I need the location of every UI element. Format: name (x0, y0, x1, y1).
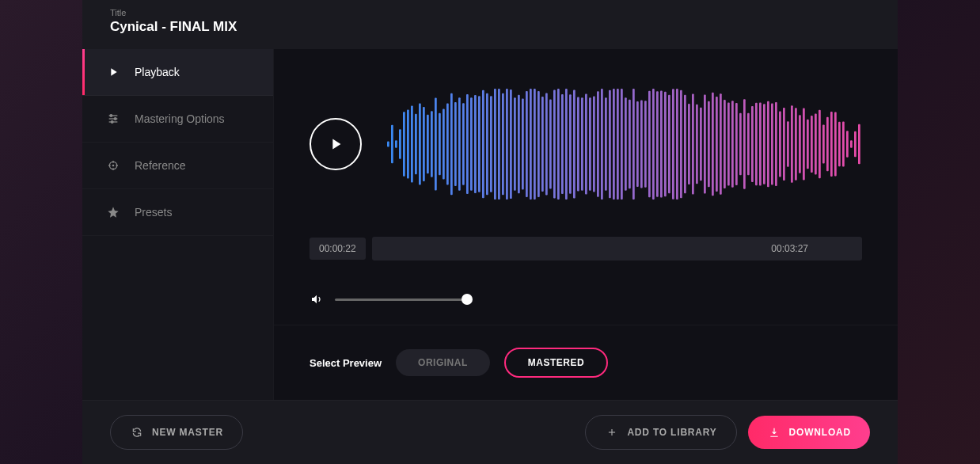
sidebar-item-label: Presets (135, 206, 172, 219)
svg-rect-68 (609, 90, 611, 199)
svg-rect-42 (506, 89, 508, 200)
svg-rect-118 (807, 120, 809, 169)
play-icon (106, 65, 120, 79)
preview-original[interactable]: ORIGINAL (396, 349, 490, 376)
new-master-button[interactable]: NEW MASTER (110, 415, 243, 450)
preview-mastered[interactable]: MASTERED (504, 348, 608, 378)
svg-rect-12 (387, 142, 389, 147)
svg-rect-128 (846, 131, 849, 157)
svg-rect-15 (399, 129, 401, 159)
svg-rect-104 (751, 106, 754, 182)
svg-rect-17 (407, 110, 409, 179)
svg-point-3 (110, 115, 112, 117)
svg-rect-102 (743, 99, 746, 188)
svg-rect-44 (514, 97, 516, 190)
star-icon (106, 205, 120, 219)
target-icon (106, 158, 120, 173)
svg-rect-79 (652, 89, 655, 200)
download-icon (767, 425, 781, 439)
svg-rect-113 (787, 121, 789, 167)
svg-rect-26 (443, 109, 445, 180)
svg-rect-23 (431, 111, 433, 177)
volume-slider[interactable] (335, 299, 469, 301)
svg-point-5 (111, 121, 113, 124)
current-time: 00:00:22 (310, 238, 366, 260)
svg-rect-87 (684, 95, 686, 194)
sidebar-item-mastering[interactable]: Mastering Options (82, 96, 273, 143)
svg-point-7 (112, 165, 113, 165)
svg-rect-76 (640, 101, 643, 188)
svg-rect-49 (534, 89, 536, 200)
svg-rect-126 (838, 122, 841, 167)
svg-rect-16 (403, 112, 405, 176)
svg-rect-63 (589, 97, 591, 191)
svg-rect-93 (708, 101, 710, 188)
svg-rect-91 (700, 108, 702, 181)
svg-rect-38 (490, 96, 492, 192)
svg-rect-88 (688, 104, 690, 184)
svg-rect-129 (850, 140, 853, 147)
preview-label: Select Preview (310, 357, 382, 369)
svg-rect-95 (716, 97, 718, 192)
sidebar-item-label: Mastering Options (135, 112, 225, 125)
svg-rect-55 (557, 89, 560, 200)
svg-rect-60 (577, 97, 579, 192)
button-label: ADD TO LIBRARY (627, 427, 716, 438)
header: Title Cynical - FINAL MIX (82, 0, 898, 49)
sidebar-item-playback[interactable]: Playback (82, 49, 273, 96)
svg-rect-120 (815, 113, 817, 174)
svg-rect-105 (755, 103, 758, 185)
svg-rect-31 (462, 103, 465, 184)
play-button[interactable] (310, 118, 362, 170)
sidebar: Playback Mastering Options Reference Pre… (82, 49, 274, 400)
sidebar-item-reference[interactable]: Reference (82, 143, 273, 189)
title-label: Title (110, 8, 870, 17)
svg-rect-45 (518, 95, 520, 194)
svg-rect-122 (822, 125, 825, 164)
svg-rect-100 (735, 103, 738, 185)
svg-rect-56 (561, 94, 564, 194)
svg-rect-92 (704, 95, 706, 194)
sidebar-item-label: Reference (135, 159, 186, 172)
svg-rect-22 (427, 115, 429, 174)
svg-rect-72 (625, 97, 627, 191)
svg-rect-106 (759, 103, 762, 186)
page-title: Cynical - FINAL MIX (110, 19, 870, 35)
svg-rect-124 (830, 112, 833, 177)
svg-rect-19 (415, 114, 417, 174)
svg-rect-86 (680, 90, 682, 198)
svg-rect-65 (597, 91, 599, 197)
svg-rect-34 (474, 95, 477, 193)
svg-rect-131 (858, 124, 860, 164)
svg-rect-80 (656, 91, 659, 196)
svg-rect-77 (644, 101, 647, 188)
svg-rect-90 (696, 105, 698, 184)
svg-rect-108 (767, 101, 769, 187)
svg-rect-36 (482, 90, 484, 199)
svg-rect-59 (573, 90, 575, 199)
svg-rect-69 (613, 89, 615, 200)
svg-rect-39 (494, 89, 496, 200)
svg-rect-54 (553, 89, 556, 198)
svg-rect-30 (458, 97, 461, 191)
svg-rect-130 (854, 131, 857, 158)
svg-rect-71 (621, 89, 623, 200)
volume-thumb[interactable] (462, 294, 473, 305)
svg-rect-123 (826, 117, 829, 171)
svg-rect-62 (585, 94, 587, 195)
svg-rect-37 (486, 93, 488, 195)
svg-rect-67 (605, 97, 607, 191)
download-button[interactable]: DOWNLOAD (748, 416, 870, 449)
add-library-button[interactable]: ADD TO LIBRARY (585, 415, 736, 450)
sidebar-item-presets[interactable]: Presets (82, 189, 273, 236)
svg-rect-83 (668, 95, 670, 193)
svg-rect-70 (617, 89, 619, 200)
svg-rect-14 (395, 140, 397, 147)
sliders-icon (106, 112, 120, 126)
svg-rect-115 (795, 108, 797, 181)
svg-rect-51 (541, 97, 544, 192)
svg-rect-43 (510, 89, 512, 199)
svg-rect-46 (522, 99, 524, 190)
volume-icon (310, 292, 324, 306)
waveform[interactable] (387, 89, 862, 200)
